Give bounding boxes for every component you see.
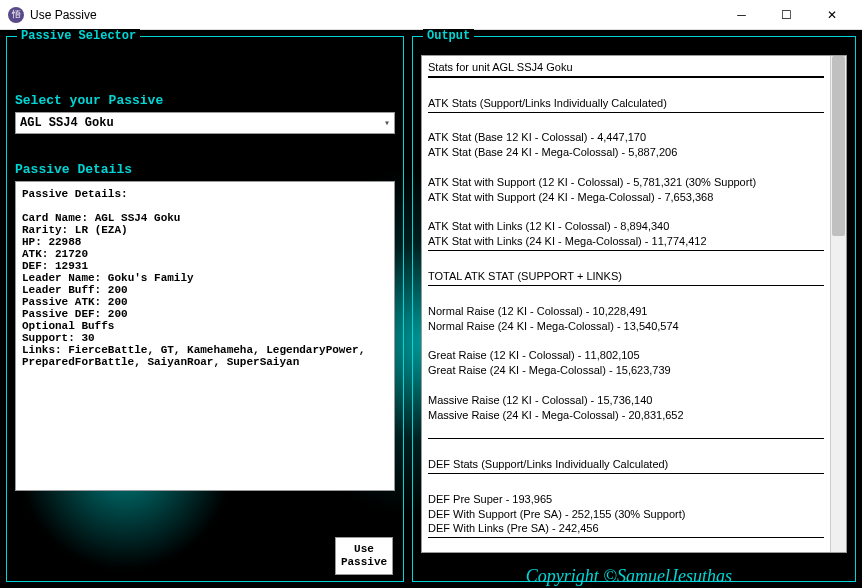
- use-passive-button[interactable]: Use Passive: [335, 537, 393, 575]
- leader-buff: 200: [108, 284, 128, 296]
- minimize-button[interactable]: ─: [719, 1, 764, 29]
- atk-base-12: ATK Stat (Base 12 KI - Colossal) - 4,447…: [428, 131, 646, 143]
- output-scrollbar[interactable]: [830, 56, 846, 552]
- chevron-down-icon: ▾: [384, 117, 390, 129]
- massive-raise-12: Massive Raise (12 KI - Colossal) - 15,73…: [428, 394, 652, 406]
- passive-def-label: Passive DEF:: [22, 308, 101, 320]
- atk-label: ATK:: [22, 248, 48, 260]
- atk-support-12: ATK Stat with Support (12 KI - Colossal)…: [428, 176, 756, 188]
- def-label: DEF:: [22, 260, 48, 272]
- selector-label: Select your Passive: [15, 93, 395, 108]
- details-header: Passive Details:: [22, 188, 128, 200]
- card-name-label: Card Name:: [22, 212, 88, 224]
- passive-def: 200: [108, 308, 128, 320]
- divider: [428, 438, 824, 439]
- selector-legend: Passive Selector: [17, 29, 140, 43]
- def-with-support: DEF With Support (Pre SA) - 252,155 (30%…: [428, 508, 685, 520]
- scrollbar-thumb[interactable]: [832, 56, 845, 236]
- passive-details-box[interactable]: Passive Details: Card Name: AGL SSJ4 Gok…: [15, 181, 395, 491]
- total-atk-header: TOTAL ATK STAT (SUPPORT + LINKS): [428, 270, 622, 282]
- rarity: LR (EZA): [75, 224, 128, 236]
- rarity-label: Rarity:: [22, 224, 68, 236]
- app-body: Passive Selector Select your Passive AGL…: [0, 30, 862, 588]
- atk-value: 21720: [55, 248, 88, 260]
- def-value: 12931: [55, 260, 88, 272]
- divider: [428, 537, 824, 538]
- output-box: Stats for unit AGL SSJ4 Goku ATK Stats (…: [421, 55, 847, 553]
- divider: [428, 76, 824, 78]
- def-with-links: DEF With Links (Pre SA) - 242,456: [428, 522, 599, 534]
- great-raise-12: Great Raise (12 KI - Colossal) - 11,802,…: [428, 349, 640, 361]
- support-value: 30: [81, 332, 94, 344]
- atk-stats-header: ATK Stats (Support/Links Individually Ca…: [428, 97, 667, 109]
- atk-support-24: ATK Stat with Support (24 KI - Mega-Colo…: [428, 191, 713, 203]
- links-value: FierceBattle, GT, Kamehameha, LegendaryP…: [22, 344, 372, 368]
- maximize-button[interactable]: ☐: [764, 1, 809, 29]
- divider: [428, 473, 824, 474]
- stats-for-line: Stats for unit AGL SSJ4 Goku: [428, 61, 573, 73]
- passive-selector-panel: Passive Selector Select your Passive AGL…: [6, 36, 404, 582]
- divider: [428, 285, 824, 286]
- window-title: Use Passive: [30, 8, 719, 22]
- passive-atk-label: Passive ATK:: [22, 296, 101, 308]
- atk-links-12: ATK Stat with Links (12 KI - Colossal) -…: [428, 220, 669, 232]
- close-button[interactable]: ✕: [809, 1, 854, 29]
- output-content[interactable]: Stats for unit AGL SSJ4 Goku ATK Stats (…: [422, 56, 830, 552]
- normal-raise-24: Normal Raise (24 KI - Mega-Colossal) - 1…: [428, 320, 679, 332]
- support-label: Support:: [22, 332, 75, 344]
- passive-atk: 200: [108, 296, 128, 308]
- output-legend: Output: [423, 29, 474, 43]
- output-panel: Output Stats for unit AGL SSJ4 Goku ATK …: [412, 36, 856, 582]
- leader-name-label: Leader Name:: [22, 272, 101, 284]
- app-icon: 悟: [8, 7, 24, 23]
- leader-name: Goku's Family: [108, 272, 194, 284]
- hp-label: HP:: [22, 236, 42, 248]
- titlebar: 悟 Use Passive ─ ☐ ✕: [0, 0, 862, 30]
- leader-buff-label: Leader Buff:: [22, 284, 101, 296]
- def-stats-header: DEF Stats (Support/Links Individually Ca…: [428, 458, 668, 470]
- dropdown-value: AGL SSJ4 Goku: [20, 116, 114, 130]
- links-label: Links:: [22, 344, 62, 356]
- passive-dropdown[interactable]: AGL SSJ4 Goku ▾: [15, 112, 395, 134]
- window-controls: ─ ☐ ✕: [719, 1, 854, 29]
- details-label: Passive Details: [15, 162, 395, 177]
- hp-value: 22988: [48, 236, 81, 248]
- atk-base-24: ATK Stat (Base 24 KI - Mega-Colossal) - …: [428, 146, 677, 158]
- divider: [428, 112, 824, 113]
- def-pre-super: DEF Pre Super - 193,965: [428, 493, 552, 505]
- card-name: AGL SSJ4 Goku: [95, 212, 181, 224]
- atk-links-24: ATK Stat with Links (24 KI - Mega-Coloss…: [428, 235, 707, 247]
- normal-raise-12: Normal Raise (12 KI - Colossal) - 10,228…: [428, 305, 647, 317]
- great-raise-24: Great Raise (24 KI - Mega-Colossal) - 15…: [428, 364, 671, 376]
- optional-buffs-label: Optional Buffs: [22, 320, 114, 332]
- massive-raise-24: Massive Raise (24 KI - Mega-Colossal) - …: [428, 409, 684, 421]
- divider: [428, 250, 824, 251]
- copyright: Copyright ©SamuelJesuthas: [526, 566, 732, 587]
